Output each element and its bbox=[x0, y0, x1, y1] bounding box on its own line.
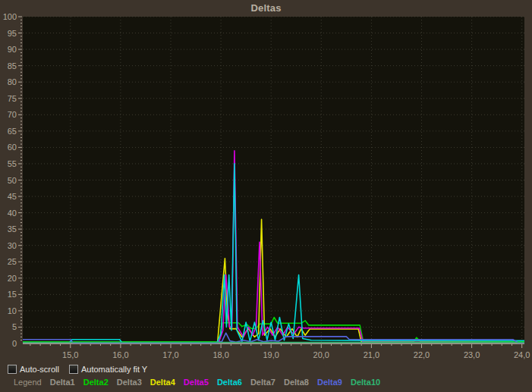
x-tick-label: 21,0 bbox=[364, 350, 379, 359]
y-tick-label: 45 bbox=[8, 192, 17, 201]
y-tick-label: 5 bbox=[12, 322, 17, 331]
x-tick-label: 19,0 bbox=[263, 350, 279, 359]
legend-item-delta8[interactable]: Delta8 bbox=[284, 378, 309, 387]
fit-y-label: Automatically fit Y bbox=[81, 365, 147, 374]
legend-title: Legend bbox=[14, 378, 42, 387]
controls-row: Auto-scroll Automatically fit Y bbox=[8, 364, 147, 375]
legend-item-delta3[interactable]: Delta3 bbox=[117, 378, 142, 387]
y-tick-label: 65 bbox=[8, 127, 17, 136]
x-tick-label: 22,0 bbox=[414, 350, 430, 359]
y-tick-label: 90 bbox=[8, 45, 17, 54]
fit-y-checkbox-box bbox=[69, 365, 78, 374]
x-tick-label: 17,0 bbox=[162, 350, 178, 359]
legend-row: Legend Delta1Delta2Delta3Delta4Delta5Del… bbox=[14, 378, 380, 387]
y-tick-label: 75 bbox=[8, 94, 17, 103]
y-tick-label: 95 bbox=[8, 29, 17, 38]
y-tick-label: 15 bbox=[8, 290, 17, 299]
legend-item-delta1[interactable]: Delta1 bbox=[50, 378, 75, 387]
legend-items: Delta1Delta2Delta3Delta4Delta5Delta6Delt… bbox=[50, 378, 380, 387]
y-tick-label: 35 bbox=[8, 224, 17, 234]
legend-item-delta2[interactable]: Delta2 bbox=[83, 378, 109, 387]
x-tick-label: 20,0 bbox=[313, 350, 329, 359]
auto-scroll-checkbox[interactable]: Auto-scroll bbox=[8, 365, 59, 374]
x-tick-label: 23,0 bbox=[464, 350, 480, 359]
legend-item-delta5[interactable]: Delta5 bbox=[184, 378, 209, 387]
y-tick-label: 10 bbox=[8, 306, 17, 315]
auto-scroll-label: Auto-scroll bbox=[20, 365, 59, 374]
y-tick-label: 30 bbox=[8, 241, 17, 250]
x-tick-label: 15,0 bbox=[62, 350, 78, 359]
x-tick-label: 24,0 bbox=[514, 350, 530, 359]
chart-plot[interactable]: 15,016,017,018,019,020,021,022,023,024,0… bbox=[0, 0, 532, 362]
auto-scroll-checkbox-box bbox=[8, 365, 17, 374]
fit-y-checkbox[interactable]: Automatically fit Y bbox=[69, 365, 147, 374]
legend-item-delta7[interactable]: Delta7 bbox=[250, 378, 275, 387]
x-tick-label: 16,0 bbox=[112, 350, 128, 359]
y-tick-label: 85 bbox=[8, 61, 17, 71]
y-tick-label: 60 bbox=[8, 143, 17, 152]
y-tick-label: 70 bbox=[8, 110, 17, 119]
y-tick-label: 100 bbox=[3, 12, 17, 21]
y-tick-label: 25 bbox=[8, 257, 17, 266]
y-tick-label: 50 bbox=[8, 176, 17, 185]
y-tick-label: 20 bbox=[8, 274, 17, 283]
plot-background[interactable] bbox=[23, 17, 524, 343]
legend-item-delta10[interactable]: Delta10 bbox=[351, 378, 380, 387]
y-tick-label: 55 bbox=[8, 159, 17, 168]
y-tick-label: 80 bbox=[8, 77, 17, 86]
y-tick-label: 0 bbox=[12, 339, 17, 348]
legend-item-delta4[interactable]: Delta4 bbox=[150, 378, 175, 387]
legend-item-delta9[interactable]: Delta9 bbox=[317, 378, 342, 387]
legend-item-delta6[interactable]: Delta6 bbox=[217, 378, 242, 387]
x-tick-label: 18,0 bbox=[212, 350, 228, 359]
y-tick-label: 40 bbox=[8, 209, 17, 218]
